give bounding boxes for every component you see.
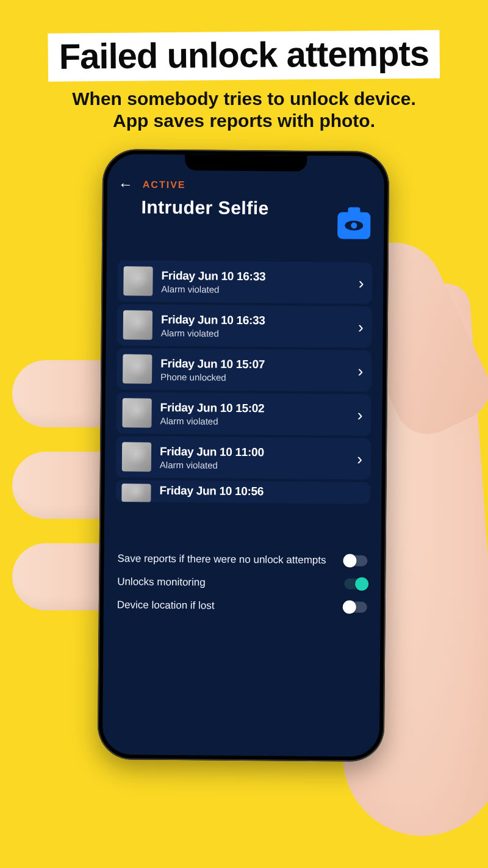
report-reason: Alarm violated (160, 415, 348, 427)
report-time: Friday Jun 10 16:33 (161, 269, 350, 284)
report-thumbnail (122, 442, 151, 471)
report-reason: Alarm violated (161, 283, 350, 295)
status-label: ACTIVE (143, 179, 186, 191)
report-thumbnail (123, 354, 152, 383)
toggle-unlocks-monitoring[interactable] (344, 579, 367, 590)
phone-notch (185, 154, 307, 172)
promo-subtitle: When somebody tries to unlock device. Ap… (30, 88, 458, 132)
promo-subtitle-line2: App saves reports with photo. (113, 110, 375, 131)
app-screen: ← ACTIVE Intruder Selfie Friday Jun 10 1… (102, 154, 385, 757)
report-reason: Alarm violated (160, 459, 348, 471)
toggle-save-reports[interactable] (344, 555, 367, 566)
back-button[interactable]: ← (118, 176, 133, 193)
report-item[interactable]: Friday Jun 10 16:33 Alarm violated › (117, 260, 373, 304)
chevron-right-icon: › (357, 449, 362, 468)
report-thumbnail (121, 483, 151, 502)
chevron-right-icon: › (357, 405, 363, 424)
settings-section: Save reports if there were no unlock att… (115, 552, 370, 614)
chevron-right-icon: › (359, 273, 364, 292)
report-time: Friday Jun 10 16:33 (161, 313, 350, 328)
setting-device-location: Device location if lost (117, 598, 367, 614)
setting-label: Unlocks monitoring (117, 575, 337, 590)
phone-frame: ← ACTIVE Intruder Selfie Friday Jun 10 1… (98, 149, 390, 762)
toggle-device-location[interactable] (344, 602, 367, 613)
report-item[interactable]: Friday Jun 10 11:00 Alarm violated › (116, 436, 371, 480)
chevron-right-icon: › (358, 317, 364, 336)
camera-icon[interactable] (337, 212, 370, 239)
promo-title: Failed unlock attempts (48, 30, 440, 82)
setting-label: Save reports if there were no unlock att… (117, 552, 337, 567)
report-time: Friday Jun 10 10:56 (159, 484, 362, 499)
report-item[interactable]: Friday Jun 10 15:02 Alarm violated › (116, 392, 371, 436)
report-list: Friday Jun 10 16:33 Alarm violated › Fri… (115, 260, 373, 536)
promo-subtitle-line1: When somebody tries to unlock device. (72, 89, 415, 109)
report-item[interactable]: Friday Jun 10 16:33 Alarm violated › (117, 304, 373, 348)
report-reason: Phone unlocked (160, 371, 349, 383)
setting-label: Device location if lost (117, 598, 337, 613)
report-reason: Alarm violated (161, 327, 350, 339)
report-thumbnail (123, 310, 152, 339)
setting-save-reports: Save reports if there were no unlock att… (117, 552, 367, 568)
report-thumbnail (123, 266, 152, 295)
report-item[interactable]: Friday Jun 10 15:07 Phone unlocked › (117, 348, 372, 392)
chevron-right-icon: › (357, 361, 363, 380)
report-item[interactable]: Friday Jun 10 10:56 (115, 480, 370, 504)
report-thumbnail (122, 398, 151, 427)
report-time: Friday Jun 10 15:07 (160, 356, 350, 372)
report-time: Friday Jun 10 15:02 (160, 400, 350, 416)
setting-unlocks-monitoring: Unlocks monitoring (117, 575, 367, 591)
report-time: Friday Jun 10 11:00 (160, 444, 349, 460)
